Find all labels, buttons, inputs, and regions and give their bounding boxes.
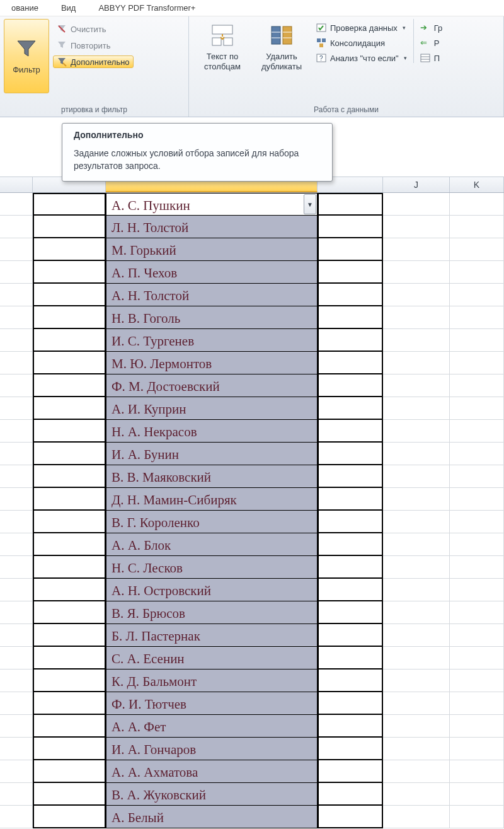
table-row: А. А. Фет [0,715,504,738]
author-cell[interactable]: А. А. Блок [106,533,318,556]
author-cell[interactable]: М. Горький [106,238,318,261]
menu-item[interactable]: Вид [50,1,88,15]
author-cell[interactable]: Б. Л. Пастернак [106,624,318,647]
author-cell[interactable]: И. А. Гончаров [106,738,318,760]
table-row: И. А. Гончаров [0,738,504,760]
author-cell[interactable]: А. П. Чехов [106,261,318,284]
filter-button[interactable]: Фильтр [4,19,49,93]
what-if-button[interactable]: ? Анализ "что если" ▾ [316,53,407,63]
group-button[interactable]: ➔ Гр [420,23,443,33]
column-header-j[interactable]: J [383,177,450,192]
author-cell[interactable]: Н. С. Лесков [106,556,318,579]
ribbon-group-sort-filter: Фильтр Очистить Повторить [0,16,189,117]
ribbon-group-caption: Работа с данными [193,104,500,115]
table-row: А. Белый [0,806,504,828]
ribbon-group-caption: ртировка и фильтр [4,104,185,115]
author-cell[interactable]: И. С. Тургенев [106,329,318,352]
svg-rect-5 [283,26,292,44]
author-cell[interactable]: А. Белый [106,806,318,828]
filter-button-label: Фильтр [13,65,40,74]
table-row: В. Я. Брюсов [0,601,504,624]
author-cell[interactable]: В. Г. Короленко [106,511,318,533]
table-row: Д. Н. Мамин-Сибиряк [0,488,504,511]
author-cell[interactable]: И. А. Бунин [106,443,318,465]
arrow-left-icon: ⇐ [420,38,430,48]
author-cell[interactable]: А. А. Фет [106,715,318,738]
remove-duplicates-button[interactable]: Удалить дубликаты [252,19,311,71]
author-cell[interactable]: А. Н. Толстой [106,284,318,306]
data-validation-icon [316,23,326,33]
filter-dropdown-button[interactable]: ▼ [304,194,316,214]
table-row: А. Н. Островский [0,579,504,601]
data-validation-button[interactable]: Проверка данных ▾ [316,23,407,33]
svg-text:?: ? [319,55,323,62]
advanced-icon [57,57,67,67]
consolidate-button[interactable]: Консолидация [316,38,407,48]
subtotal-icon [420,53,430,63]
svg-rect-2 [212,38,221,45]
clear-filter-button[interactable]: Очистить [53,23,134,35]
table-row: А. С. Пушкин [0,193,504,216]
table-row: Н. В. Гоголь [0,306,504,329]
funnel-icon [16,38,37,60]
author-cell[interactable]: М. Ю. Лермонтов [106,352,318,374]
author-cell[interactable]: В. А. Жуковский [106,783,318,806]
svg-rect-13 [319,43,323,47]
menu-item[interactable]: ование [0,1,50,15]
table-row: Н. С. Лесков [0,556,504,579]
svg-rect-12 [322,38,326,42]
author-cell[interactable]: А. Н. Островский [106,579,318,601]
table-row: Б. Л. Пастернак [0,624,504,647]
author-cell[interactable]: К. Д. Бальмонт [106,670,318,692]
ungroup-button[interactable]: ⇐ Р [420,38,443,48]
text-to-columns-icon [210,23,235,48]
tooltip-advanced-filter: Дополнительно Задание сложных условий от… [62,123,333,182]
advanced-filter-button[interactable]: Дополнительно [53,55,134,68]
table-row: А. Н. Толстой [0,284,504,306]
svg-rect-3 [224,38,232,45]
menu-bar: ование Вид ABBYY PDF Transformer+ [0,0,504,16]
author-cell[interactable]: С. А. Есенин [106,647,318,670]
table-row: Л. Н. Толстой [0,216,504,238]
author-cell[interactable]: Н. А. Некрасов [106,420,318,443]
reapply-filter-button[interactable]: Повторить [53,39,134,52]
author-cell[interactable]: А. С. Пушкин [106,193,318,216]
table-row: А. А. Блок [0,533,504,556]
grid[interactable]: ▼ А. С. ПушкинЛ. Н. ТолстойМ. ГорькийА. … [0,193,504,828]
tooltip-body: Задание сложных условий отбора записей д… [74,148,321,172]
author-cell[interactable]: В. В. Маяковский [106,465,318,488]
table-row: М. Горький [0,238,504,261]
author-cell[interactable]: Ф. М. Достоевский [106,374,318,397]
table-row: В. Г. Короленко [0,511,504,533]
clear-icon [57,24,67,34]
table-row: И. А. Бунин [0,443,504,465]
table-row: В. А. Жуковский [0,783,504,806]
worksheet[interactable]: J K ▼ А. С. ПушкинЛ. Н. ТолстойМ. Горьки… [0,177,504,828]
svg-rect-16 [421,54,430,62]
author-cell[interactable]: В. Я. Брюсов [106,601,318,624]
tooltip-title: Дополнительно [74,130,321,140]
ribbon: Фильтр Очистить Повторить [0,16,504,117]
svg-rect-4 [272,26,280,44]
column-header-k[interactable]: K [450,177,504,192]
text-to-columns-button[interactable]: Текст по столбцам [193,19,252,71]
table-row: К. Д. Бальмонт [0,670,504,692]
table-row: А. А. Ахматова [0,760,504,783]
table-row: М. Ю. Лермонтов [0,352,504,374]
author-cell[interactable]: Ф. И. Тютчев [106,692,318,715]
chevron-down-icon: ▾ [404,55,407,61]
svg-rect-11 [317,38,321,42]
reapply-icon [57,40,67,50]
what-if-icon: ? [316,53,326,63]
table-row: Ф. И. Тютчев [0,692,504,715]
menu-item[interactable]: ABBYY PDF Transformer+ [87,1,207,15]
author-cell[interactable]: Д. Н. Мамин-Сибиряк [106,488,318,511]
consolidate-icon [316,38,326,48]
author-cell[interactable]: А. И. Куприн [106,397,318,420]
table-row: Н. А. Некрасов [0,420,504,443]
author-cell[interactable]: Л. Н. Толстой [106,216,318,238]
remove-duplicates-icon [269,23,294,48]
author-cell[interactable]: А. А. Ахматова [106,760,318,783]
subtotal-button[interactable]: П [420,53,443,63]
author-cell[interactable]: Н. В. Гоголь [106,306,318,329]
